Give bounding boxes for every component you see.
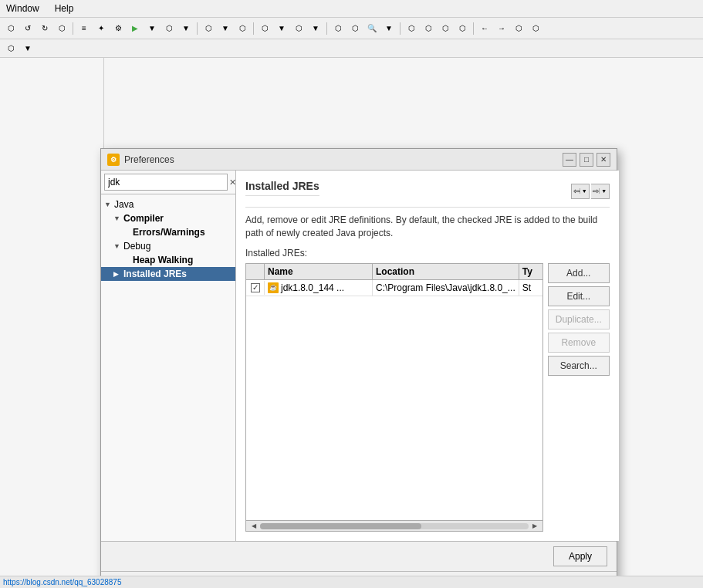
scroll-left-arrow[interactable]: ◀ bbox=[248, 523, 260, 529]
toolbar-btn-7[interactable]: ⚙ bbox=[110, 21, 126, 36]
toolbar-btn-6[interactable]: ✦ bbox=[93, 21, 109, 36]
toolbar-btn-8[interactable]: ▼ bbox=[144, 21, 160, 36]
dialog-window-controls: — □ ✕ bbox=[563, 153, 610, 167]
dialog-apply-area: Apply bbox=[101, 541, 617, 571]
dialog-body: ✕ ▼ Java ▼ Compiler bbox=[101, 171, 617, 588]
toolbar-btn-14[interactable]: ⬡ bbox=[257, 21, 272, 36]
search-clear-button[interactable]: ✕ bbox=[229, 175, 236, 189]
duplicate-button[interactable]: Duplicate... bbox=[548, 309, 610, 329]
dialog-minimize-button[interactable]: — bbox=[563, 153, 576, 167]
jre-area: Name Location Ty ✓ bbox=[245, 263, 610, 532]
dialog-titlebar: ⚙ Preferences — □ ✕ bbox=[101, 149, 617, 171]
tree-arrow-java: ▼ bbox=[104, 201, 112, 208]
nav-arrows: ⇦ ▼ ⇨ ▼ bbox=[571, 184, 610, 199]
toolbar-btn-21[interactable]: ▼ bbox=[381, 21, 397, 36]
nav-dropdown-1[interactable]: ▼ bbox=[580, 188, 587, 194]
scroll-right-arrow[interactable]: ▶ bbox=[529, 523, 541, 529]
panel-subtitle: Installed JREs: bbox=[245, 248, 610, 259]
tree-label-heap-walking: Heap Walking bbox=[133, 255, 193, 265]
jre-icon: ☕ bbox=[268, 282, 279, 293]
toolbar-btn-19[interactable]: ⬡ bbox=[347, 21, 363, 36]
tree-item-installed-jres[interactable]: ▶ Installed JREs bbox=[101, 267, 235, 281]
dialog-left-panel: ✕ ▼ Java ▼ Compiler bbox=[101, 171, 236, 541]
toolbar-btn-nav-up[interactable]: ⬡ bbox=[511, 21, 526, 36]
scroll-track[interactable] bbox=[260, 523, 529, 529]
toolbar-sep-2 bbox=[197, 22, 198, 35]
toolbar-btn-1[interactable]: ⬡ bbox=[3, 21, 19, 36]
table-row[interactable]: ✓ ☕ jdk1.8.0_144 ... C:\Program Files\Ja… bbox=[246, 280, 542, 296]
toolbar-btn-11[interactable]: ⬡ bbox=[201, 21, 216, 36]
tree-arrow-compiler: ▼ bbox=[113, 215, 121, 222]
toolbar-btn-3[interactable]: ↻ bbox=[37, 21, 52, 36]
status-bar: https://blog.csdn.net/qq_63028875 bbox=[0, 576, 703, 588]
toolbar2-btn-1[interactable]: ⬡ bbox=[3, 41, 19, 56]
jre-side-buttons: Add... Edit... Duplicate... Remove Searc… bbox=[548, 263, 610, 532]
toolbar-sep-4 bbox=[326, 22, 327, 35]
edit-button[interactable]: Edit... bbox=[548, 286, 610, 306]
remove-button[interactable]: Remove bbox=[548, 333, 610, 353]
tree-label-compiler: Compiler bbox=[123, 213, 164, 224]
scroll-thumb[interactable] bbox=[260, 523, 421, 529]
toolbar-btn-24[interactable]: ⬡ bbox=[438, 21, 453, 36]
dialog-close-button[interactable]: ✕ bbox=[597, 153, 610, 167]
dialog-title-icon: ⚙ bbox=[107, 154, 120, 166]
nav-back-button[interactable]: ⇦ ▼ bbox=[571, 184, 590, 199]
tree-label-debug: Debug bbox=[123, 241, 150, 252]
toolbar-btn-9[interactable]: ⬡ bbox=[161, 21, 177, 36]
tree-label-errors-warnings: Errors/Warnings bbox=[133, 227, 205, 238]
tree-item-compiler[interactable]: ▼ Compiler bbox=[101, 211, 235, 225]
search-box: ✕ bbox=[101, 171, 235, 194]
tree-item-java[interactable]: ▼ Java bbox=[101, 198, 235, 211]
ide-background: Window Help ⬡ ↺ ↻ ⬡ ≡ ✦ ⚙ ▶ ▼ ⬡ ▼ ⬡ ▼ ⬡ … bbox=[0, 0, 703, 588]
toolbar-btn-nav-down[interactable]: ⬡ bbox=[528, 21, 543, 36]
preferences-dialog: ⚙ Preferences — □ ✕ ✕ bbox=[100, 148, 617, 588]
panel-description: Add, remove or edit JRE definitions. By … bbox=[245, 214, 610, 240]
toolbar-sep-1 bbox=[73, 22, 73, 35]
toolbar-btn-10[interactable]: ▼ bbox=[178, 21, 194, 36]
tree-item-errors-warnings[interactable]: Errors/Warnings bbox=[101, 225, 235, 239]
toolbar-btn-4[interactable]: ⬡ bbox=[54, 21, 69, 36]
menu-help[interactable]: Help bbox=[52, 2, 77, 15]
tree-item-heap-walking[interactable]: Heap Walking bbox=[101, 253, 235, 267]
panel-title: Installed JREs bbox=[245, 180, 319, 196]
toolbar-btn-17[interactable]: ▼ bbox=[308, 21, 323, 36]
dialog-right-panel: Installed JREs ⇦ ▼ ⇨ ▼ Add, bbox=[236, 171, 619, 541]
jre-table-body: ✓ ☕ jdk1.8.0_144 ... C:\Program Files\Ja… bbox=[246, 280, 542, 520]
nav-forward-button[interactable]: ⇨ ▼ bbox=[591, 184, 610, 199]
toolbar: ⬡ ↺ ↻ ⬡ ≡ ✦ ⚙ ▶ ▼ ⬡ ▼ ⬡ ▼ ⬡ ⬡ ▼ ⬡ ▼ ⬡ ⬡ … bbox=[0, 18, 703, 39]
toolbar2-btn-2[interactable]: ▼ bbox=[20, 41, 35, 56]
jre-table-header: Name Location Ty bbox=[246, 264, 542, 280]
toolbar-btn-run[interactable]: ▶ bbox=[127, 21, 143, 36]
search-input[interactable] bbox=[104, 174, 228, 191]
toolbar-btn-23[interactable]: ⬡ bbox=[421, 21, 436, 36]
toolbar-btn-5[interactable]: ≡ bbox=[76, 21, 92, 36]
tree-arrow-debug: ▼ bbox=[113, 242, 121, 250]
jre-col-location-header: Location bbox=[373, 264, 519, 279]
tree-item-debug[interactable]: ▼ Debug bbox=[101, 239, 235, 253]
tree-label-installed-jres: Installed JREs bbox=[123, 269, 187, 279]
apply-button[interactable]: Apply bbox=[553, 546, 607, 566]
menu-window[interactable]: Window bbox=[3, 2, 42, 15]
toolbar-btn-18[interactable]: ⬡ bbox=[330, 21, 346, 36]
dialog-maximize-button[interactable]: □ bbox=[580, 153, 593, 167]
toolbar-btn-13[interactable]: ⬡ bbox=[235, 21, 250, 36]
jre-table: Name Location Ty ✓ bbox=[245, 263, 543, 532]
jre-row-type: St bbox=[519, 280, 542, 296]
toolbar-sep-5 bbox=[400, 22, 401, 35]
toolbar-btn-15[interactable]: ▼ bbox=[274, 21, 289, 36]
toolbar-btn-25[interactable]: ⬡ bbox=[455, 21, 470, 36]
nav-dropdown-2[interactable]: ▼ bbox=[599, 188, 607, 194]
toolbar-btn-20[interactable]: 🔍 bbox=[364, 21, 380, 36]
toolbar-btn-22[interactable]: ⬡ bbox=[404, 21, 419, 36]
toolbar-btn-nav-back[interactable]: ← bbox=[477, 21, 492, 36]
tree-label-java: Java bbox=[114, 199, 134, 210]
toolbar-btn-nav-fwd[interactable]: → bbox=[494, 21, 509, 36]
toolbar-btn-16[interactable]: ⬡ bbox=[291, 21, 306, 36]
search-button[interactable]: Search... bbox=[548, 356, 610, 376]
jre-horizontal-scrollbar[interactable]: ◀ ▶ bbox=[246, 520, 542, 531]
jre-row-checkbox[interactable]: ✓ bbox=[246, 281, 265, 295]
add-button[interactable]: Add... bbox=[548, 263, 610, 283]
toolbar-btn-2[interactable]: ↺ bbox=[20, 21, 35, 36]
toolbar-btn-12[interactable]: ▼ bbox=[218, 21, 233, 36]
ide-sidebar bbox=[0, 58, 104, 588]
